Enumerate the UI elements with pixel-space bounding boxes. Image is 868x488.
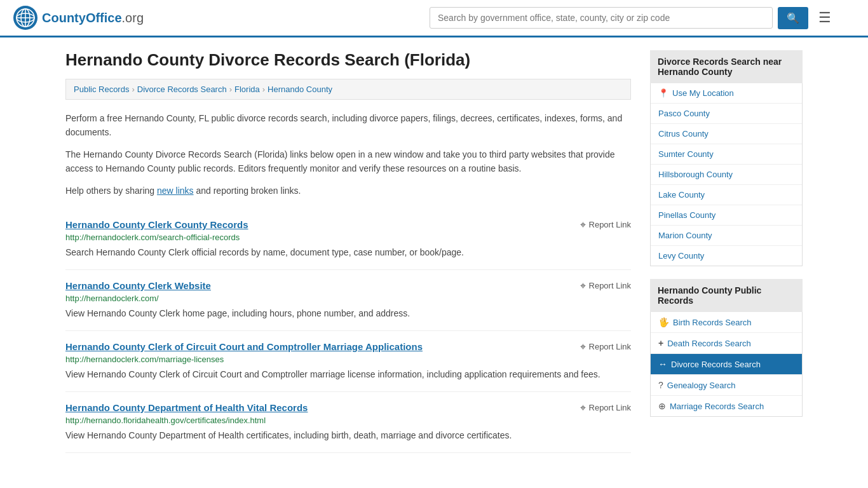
content: Hernando County Divorce Records Search (… bbox=[65, 50, 631, 453]
pr-marriage-records[interactable]: ⊕ Marriage Records Search bbox=[651, 396, 802, 416]
result-header-3: Hernando County Clerk of Circuit Court a… bbox=[65, 341, 631, 353]
logo-label: CountyOffice.org bbox=[42, 11, 144, 25]
report-link-2[interactable]: ⌖ Report Link bbox=[580, 280, 631, 292]
nearby-county-6[interactable]: Marion County bbox=[651, 226, 802, 246]
description-1: Perform a free Hernando County, FL publi… bbox=[65, 111, 631, 140]
pr-genealogy-label: Genealogy Search bbox=[667, 381, 736, 390]
search-input[interactable] bbox=[430, 7, 773, 29]
nearby-county-4[interactable]: Lake County bbox=[651, 185, 802, 205]
pr-genealogy[interactable]: ? Genealogy Search bbox=[651, 375, 802, 396]
use-my-location-item[interactable]: 📍 Use My Location bbox=[651, 83, 802, 104]
pr-divorce-label: Divorce Records Search bbox=[671, 360, 761, 369]
pr-birth-label: Birth Records Search bbox=[673, 318, 752, 327]
results: Hernando County Clerk County Records ⌖ R… bbox=[65, 209, 631, 453]
logo-org: .org bbox=[122, 11, 144, 25]
new-links-link[interactable]: new links bbox=[157, 186, 194, 196]
logo-text: CountyOffice bbox=[42, 11, 122, 25]
nearby-county-3[interactable]: Hillsborough County bbox=[651, 165, 802, 185]
public-records-section: Hernando County Public Records 🖐 Birth R… bbox=[650, 279, 803, 417]
nearby-county-5[interactable]: Pinellas County bbox=[651, 205, 802, 226]
nearby-county-link-4[interactable]: Lake County bbox=[651, 185, 802, 205]
pr-birth-link[interactable]: 🖐 Birth Records Search bbox=[651, 312, 802, 332]
result-item-3: Hernando County Clerk of Circuit Court a… bbox=[65, 331, 631, 392]
result-desc-3: View Hernando County Clerk of Circuit Co… bbox=[65, 368, 631, 381]
public-records-list: 🖐 Birth Records Search + Death Records S… bbox=[650, 312, 803, 417]
result-header-1: Hernando County Clerk County Records ⌖ R… bbox=[65, 219, 631, 231]
marriage-icon: ⊕ bbox=[658, 401, 666, 411]
result-desc-2: View Hernando County Clerk home page, in… bbox=[65, 307, 631, 320]
report-link-3[interactable]: ⌖ Report Link bbox=[580, 341, 631, 353]
description-3: Help others by sharing new links and rep… bbox=[65, 184, 631, 198]
pr-divorce-records[interactable]: ↔ Divorce Records Search bbox=[651, 354, 802, 375]
breadcrumb: Public Records › Divorce Records Search … bbox=[65, 79, 631, 100]
description-2: The Hernando County Divorce Records Sear… bbox=[65, 147, 631, 176]
nearby-county-link-3[interactable]: Hillsborough County bbox=[651, 165, 802, 184]
report-label-1: Report Link bbox=[589, 220, 631, 229]
nearby-county-link-6[interactable]: Marion County bbox=[651, 226, 802, 245]
report-icon-1: ⌖ bbox=[580, 219, 586, 231]
sidebar: Divorce Records Search near Hernando Cou… bbox=[650, 50, 803, 453]
result-url-1: http://hernandoclerk.com/search-official… bbox=[65, 233, 631, 242]
result-item-4: Hernando County Department of Health Vit… bbox=[65, 392, 631, 453]
pr-genealogy-link[interactable]: ? Genealogy Search bbox=[651, 375, 802, 395]
nearby-county-2[interactable]: Sumter County bbox=[651, 144, 802, 165]
pr-divorce-link[interactable]: ↔ Divorce Records Search bbox=[651, 354, 802, 374]
nearby-county-link-2[interactable]: Sumter County bbox=[651, 144, 802, 164]
breadcrumb-public-records[interactable]: Public Records bbox=[74, 85, 129, 94]
pr-death-link[interactable]: + Death Records Search bbox=[651, 333, 802, 353]
breadcrumb-sep-1: › bbox=[132, 85, 134, 94]
result-item-1: Hernando County Clerk County Records ⌖ R… bbox=[65, 209, 631, 270]
report-icon-3: ⌖ bbox=[580, 341, 586, 353]
menu-button[interactable]: ☰ bbox=[813, 7, 836, 29]
breadcrumb-hernando-county[interactable]: Hernando County bbox=[268, 85, 332, 94]
result-item-2: Hernando County Clerk Website ⌖ Report L… bbox=[65, 270, 631, 331]
report-icon-2: ⌖ bbox=[580, 280, 586, 292]
desc3-prefix: Help others by sharing bbox=[65, 186, 157, 196]
result-url-4: http://hernando.floridahealth.gov/certif… bbox=[65, 416, 631, 425]
nearby-county-link-7[interactable]: Levy County bbox=[651, 246, 802, 266]
main-container: Hernando County Divorce Records Search (… bbox=[53, 37, 815, 478]
result-header-2: Hernando County Clerk Website ⌖ Report L… bbox=[65, 280, 631, 292]
pr-marriage-link[interactable]: ⊕ Marriage Records Search bbox=[651, 396, 802, 416]
divorce-icon: ↔ bbox=[658, 359, 667, 369]
logo-icon bbox=[13, 5, 38, 30]
result-url-3: http://hernandoclerk.com/marriage-licens… bbox=[65, 355, 631, 364]
report-label-2: Report Link bbox=[589, 281, 631, 290]
logo-area: CountyOffice.org bbox=[13, 5, 144, 30]
pr-birth-records[interactable]: 🖐 Birth Records Search bbox=[651, 312, 802, 333]
nearby-list: 📍 Use My Location Pasco County Citrus Co… bbox=[650, 83, 803, 266]
breadcrumb-sep-2: › bbox=[229, 85, 232, 94]
result-desc-4: View Hernando County Department of Healt… bbox=[65, 429, 631, 442]
report-link-4[interactable]: ⌖ Report Link bbox=[580, 402, 631, 414]
search-button[interactable]: 🔍 bbox=[778, 7, 808, 29]
nearby-county-0[interactable]: Pasco County bbox=[651, 104, 802, 124]
result-title-4[interactable]: Hernando County Department of Health Vit… bbox=[65, 402, 308, 413]
nearby-county-link-1[interactable]: Citrus County bbox=[651, 124, 802, 144]
breadcrumb-florida[interactable]: Florida bbox=[234, 85, 260, 94]
pr-death-label: Death Records Search bbox=[667, 339, 751, 348]
nearby-county-link-0[interactable]: Pasco County bbox=[651, 104, 802, 123]
result-desc-1: Search Hernando County Clerk official re… bbox=[65, 246, 631, 259]
report-link-1[interactable]: ⌖ Report Link bbox=[580, 219, 631, 231]
nearby-county-1[interactable]: Citrus County bbox=[651, 124, 802, 144]
nearby-section: Divorce Records Search near Hernando Cou… bbox=[650, 50, 803, 266]
nearby-heading: Divorce Records Search near Hernando Cou… bbox=[650, 50, 803, 83]
public-records-heading: Hernando County Public Records bbox=[650, 279, 803, 312]
pr-death-records[interactable]: + Death Records Search bbox=[651, 333, 802, 354]
desc3-suffix: and reporting broken links. bbox=[194, 186, 301, 196]
header: CountyOffice.org 🔍 ☰ bbox=[0, 0, 868, 37]
search-area: 🔍 ☰ bbox=[430, 7, 836, 29]
use-my-location-label: Use My Location bbox=[672, 88, 734, 98]
nearby-county-7[interactable]: Levy County bbox=[651, 246, 802, 266]
report-label-3: Report Link bbox=[589, 342, 631, 351]
report-icon-4: ⌖ bbox=[580, 402, 586, 414]
result-url-2: http://hernandoclerk.com/ bbox=[65, 294, 631, 303]
breadcrumb-divorce-records-search[interactable]: Divorce Records Search bbox=[137, 85, 227, 94]
use-my-location-link[interactable]: 📍 Use My Location bbox=[651, 83, 802, 103]
location-pin-icon: 📍 bbox=[658, 88, 668, 98]
breadcrumb-sep-3: › bbox=[262, 85, 265, 94]
nearby-county-link-5[interactable]: Pinellas County bbox=[651, 205, 802, 225]
result-title-3[interactable]: Hernando County Clerk of Circuit Court a… bbox=[65, 341, 423, 352]
result-title-1[interactable]: Hernando County Clerk County Records bbox=[65, 219, 248, 230]
result-title-2[interactable]: Hernando County Clerk Website bbox=[65, 280, 211, 291]
